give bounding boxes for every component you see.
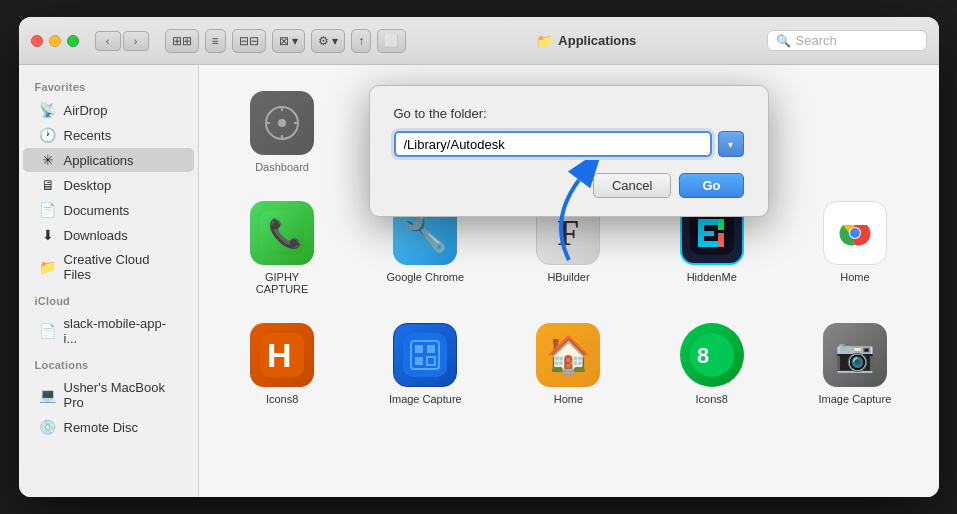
dialog-input-row: ▾	[394, 131, 744, 157]
dialog-title: Go to the folder:	[394, 106, 744, 121]
desktop-label: Desktop	[64, 178, 112, 193]
sidebar-item-creative-cloud[interactable]: 📁 Creative Cloud Files	[23, 248, 194, 286]
finder-window: ‹ › ⊞⊞ ≡ ⊟⊟ ⊠ ▾ ⚙ ▾ ↑ ⬜ 📁 Applications 🔍…	[19, 17, 939, 497]
downloads-label: Downloads	[64, 228, 128, 243]
sidebar-item-desktop[interactable]: 🖥 Desktop	[23, 173, 194, 197]
sidebar-item-remote-disc[interactable]: 💿 Remote Disc	[23, 415, 194, 439]
column-view-button[interactable]: ⊟⊟	[232, 29, 266, 53]
applications-icon: ✳	[39, 152, 57, 168]
title-text: Applications	[558, 33, 636, 48]
minimize-button[interactable]	[49, 35, 61, 47]
creative-cloud-icon: 📁	[39, 259, 57, 275]
creative-cloud-label: Creative Cloud Files	[64, 252, 178, 282]
forward-button[interactable]: ›	[123, 31, 149, 51]
back-button[interactable]: ‹	[95, 31, 121, 51]
search-placeholder: Search	[796, 33, 837, 48]
sidebar-item-slack[interactable]: 📄 slack-mobile-app-i...	[23, 312, 194, 350]
slack-icon: 📄	[39, 323, 57, 339]
main-content: Favorites 📡 AirDrop 🕐 Recents ✳ Applicat…	[19, 65, 939, 497]
sidebar-item-applications[interactable]: ✳ Applications	[23, 148, 194, 172]
sidebar: Favorites 📡 AirDrop 🕐 Recents ✳ Applicat…	[19, 65, 199, 497]
favorites-header: Favorites	[19, 73, 198, 97]
macbook-icon: 💻	[39, 387, 57, 403]
documents-icon: 📄	[39, 202, 57, 218]
downloads-icon: ⬇	[39, 227, 57, 243]
airdrop-label: AirDrop	[64, 103, 108, 118]
sidebar-item-recents[interactable]: 🕐 Recents	[23, 123, 194, 147]
desktop-icon: 🖥	[39, 177, 57, 193]
sidebar-item-airdrop[interactable]: 📡 AirDrop	[23, 98, 194, 122]
nav-buttons: ‹ ›	[95, 31, 149, 51]
arrange-button[interactable]: ⬜	[377, 29, 406, 53]
icloud-header: iCloud	[19, 287, 198, 311]
close-button[interactable]	[31, 35, 43, 47]
slack-label: slack-mobile-app-i...	[64, 316, 178, 346]
search-icon: 🔍	[776, 34, 791, 48]
cancel-button[interactable]: Cancel	[593, 173, 671, 198]
airdrop-icon: 📡	[39, 102, 57, 118]
cover-view-button[interactable]: ⊠ ▾	[272, 29, 305, 53]
search-box[interactable]: 🔍 Search	[767, 30, 927, 51]
recents-icon: 🕐	[39, 127, 57, 143]
maximize-button[interactable]	[67, 35, 79, 47]
remote-disc-icon: 💿	[39, 419, 57, 435]
traffic-lights	[31, 35, 79, 47]
documents-label: Documents	[64, 203, 130, 218]
go-button[interactable]: Go	[679, 173, 743, 198]
action-button[interactable]: ⚙ ▾	[311, 29, 345, 53]
sidebar-item-macbook[interactable]: 💻 Usher's MacBook Pro	[23, 376, 194, 414]
locations-header: Locations	[19, 351, 198, 375]
applications-label: Applications	[64, 153, 134, 168]
list-view-button[interactable]: ≡	[205, 29, 226, 53]
share-button[interactable]: ↑	[351, 29, 371, 53]
dialog-buttons: Cancel Go	[394, 173, 744, 198]
macbook-label: Usher's MacBook Pro	[64, 380, 178, 410]
dialog-overlay: Go to the folder: ▾ Cancel Go	[199, 65, 939, 497]
icon-view-button[interactable]: ⊞⊞	[165, 29, 199, 53]
grid-icon: ⊞⊞	[172, 34, 192, 48]
sidebar-item-downloads[interactable]: ⬇ Downloads	[23, 223, 194, 247]
remote-disc-label: Remote Disc	[64, 420, 138, 435]
window-title: 📁 Applications	[414, 33, 758, 49]
app-grid-container: Dashboard Dictionary Aa Font Book	[199, 65, 939, 497]
goto-folder-dialog: Go to the folder: ▾ Cancel Go	[369, 85, 769, 217]
dropdown-button[interactable]: ▾	[718, 131, 744, 157]
toolbar: ⊞⊞ ≡ ⊟⊟ ⊠ ▾ ⚙ ▾ ↑ ⬜	[165, 29, 407, 53]
sidebar-item-documents[interactable]: 📄 Documents	[23, 198, 194, 222]
folder-path-input[interactable]	[394, 131, 712, 157]
titlebar: ‹ › ⊞⊞ ≡ ⊟⊟ ⊠ ▾ ⚙ ▾ ↑ ⬜ 📁 Applications 🔍…	[19, 17, 939, 65]
folder-icon: 📁	[536, 33, 553, 49]
recents-label: Recents	[64, 128, 112, 143]
